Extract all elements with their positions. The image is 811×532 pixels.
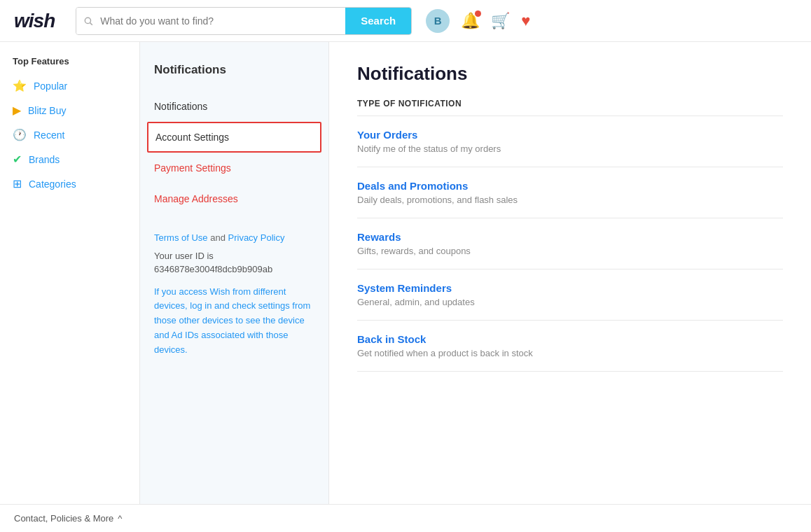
user-id-text: Your user ID is 6346878e3004f8dcb9b909ab [154, 249, 314, 276]
middle-panel: Notifications Notifications Account Sett… [140, 42, 329, 504]
sidebar-item-popular[interactable]: ⭐ Popular [0, 74, 139, 98]
notification-desc-rewards: Gifts, rewards, and coupons [357, 246, 783, 256]
notification-row-orders: Your Orders Notify me of the status of m… [357, 116, 783, 167]
notification-desc-stock: Get notified when a product is back in s… [357, 348, 783, 358]
sidebar-item-categories[interactable]: ⊞ Categories [0, 172, 139, 196]
notification-title-orders: Your Orders [357, 129, 783, 141]
notification-title-system: System Reminders [357, 282, 783, 294]
chevron-up-icon: ^ [118, 513, 122, 524]
clock-icon: 🕐 [13, 128, 27, 141]
sidebar-label-categories: Categories [29, 178, 76, 190]
sidebar-item-recent[interactable]: 🕐 Recent [0, 122, 139, 147]
nav-item-notifications[interactable]: Notifications [140, 91, 328, 122]
notification-row-rewards: Rewards Gifts, rewards, and coupons [357, 218, 783, 270]
user-id-value: 6346878e3004f8dcb9b909ab [154, 264, 272, 274]
notification-desc-orders: Notify me of the status of my orders [357, 144, 783, 154]
cart-icon[interactable]: 🛒 [491, 12, 510, 30]
sidebar-item-brands[interactable]: ✔ Brands [0, 147, 139, 172]
blitz-icon: ▶ [13, 104, 21, 117]
svg-point-0 [85, 18, 91, 23]
notification-row-stock: Back in Stock Get notified when a produc… [357, 321, 783, 372]
header-icons: B 🔔 🛒 ♥ [426, 9, 530, 33]
notification-desc-deals: Daily deals, promotions, and flash sales [357, 195, 783, 205]
nav-item-account-settings[interactable]: Account Settings [147, 122, 321, 153]
sidebar-item-blitz-buy[interactable]: ▶ Blitz Buy [0, 98, 139, 122]
notification-icon[interactable]: 🔔 [461, 12, 480, 30]
sidebar-label-popular: Popular [34, 80, 67, 92]
header: wish Search B 🔔 🛒 ♥ [0, 0, 811, 42]
sidebar-label-brands: Brands [29, 154, 60, 165]
device-note: If you access Wish from different device… [154, 285, 314, 358]
privacy-link[interactable]: Privacy Policy [228, 232, 285, 243]
check-icon: ✔ [13, 153, 22, 166]
grid-icon: ⊞ [13, 177, 22, 190]
sidebar-label-blitz-buy: Blitz Buy [28, 105, 66, 116]
search-container: Search [76, 7, 412, 35]
terms-link[interactable]: Terms of Use [154, 232, 208, 243]
content-panel: Notifications TYPE OF NOTIFICATION Your … [329, 42, 811, 504]
logo[interactable]: wish [14, 10, 55, 32]
notification-desc-system: General, admin, and updates [357, 297, 783, 307]
footer-bar: Contact, Policies & More ^ [0, 504, 811, 532]
sidebar-label-recent: Recent [34, 130, 64, 141]
avatar[interactable]: B [426, 9, 450, 33]
section-label: TYPE OF NOTIFICATION [357, 99, 783, 116]
notification-badge [475, 10, 481, 17]
search-icon [76, 8, 100, 34]
notification-row-deals: Deals and Promotions Daily deals, promot… [357, 167, 783, 218]
notification-title-deals: Deals and Promotions [357, 180, 783, 192]
user-id-prefix: Your user ID is [154, 251, 214, 261]
middle-panel-title: Notifications [140, 56, 328, 91]
and-text: and [208, 232, 228, 243]
search-input[interactable] [100, 8, 345, 34]
footer-label[interactable]: Contact, Policies & More [14, 513, 113, 524]
search-button[interactable]: Search [345, 8, 411, 34]
main-layout: Top Features ⭐ Popular ▶ Blitz Buy 🕐 Rec… [0, 42, 811, 504]
content-title: Notifications [357, 63, 783, 85]
wishlist-icon[interactable]: ♥ [521, 12, 530, 30]
middle-footer: Terms of Use and Privacy Policy Your use… [140, 214, 328, 357]
notification-title-stock: Back in Stock [357, 333, 783, 345]
notification-row-system: System Reminders General, admin, and upd… [357, 270, 783, 321]
svg-line-1 [90, 22, 92, 24]
nav-item-payment-settings[interactable]: Payment Settings [140, 153, 328, 183]
star-icon: ⭐ [13, 79, 27, 92]
sidebar-section-title: Top Features [0, 56, 139, 74]
sidebar: Top Features ⭐ Popular ▶ Blitz Buy 🕐 Rec… [0, 42, 140, 504]
notification-title-rewards: Rewards [357, 231, 783, 243]
nav-item-manage-addresses[interactable]: Manage Addresses [140, 183, 328, 214]
